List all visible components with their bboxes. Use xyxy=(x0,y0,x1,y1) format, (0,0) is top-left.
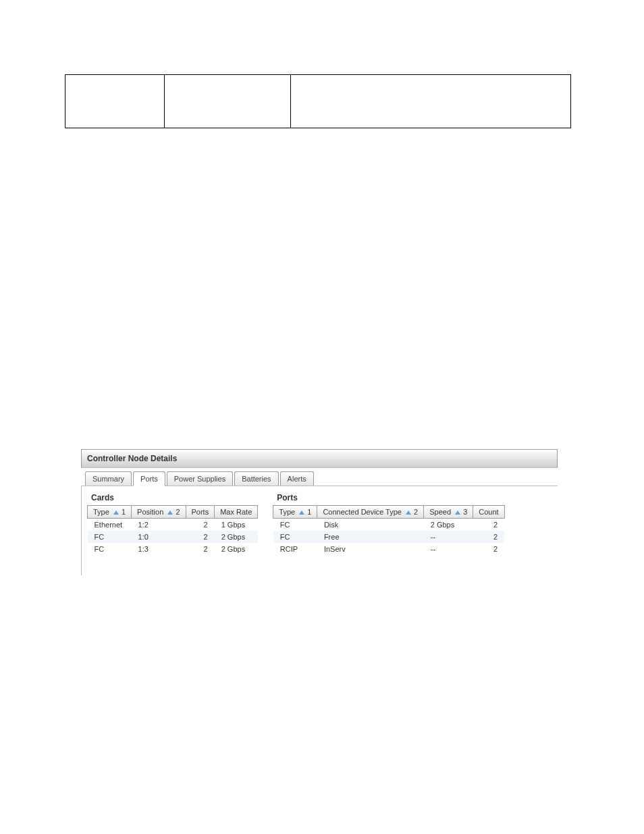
tab-alerts[interactable]: Alerts xyxy=(280,471,314,486)
cards-cell-type: FC xyxy=(88,543,132,555)
sort-asc-icon xyxy=(299,511,304,515)
ports-cell-type: FC xyxy=(273,519,317,531)
cards-header-position-sortorder: 2 xyxy=(176,508,180,516)
table-row[interactable]: Ethernet 1:2 2 1 Gbps xyxy=(88,519,258,531)
ports-header-speed-label: Speed xyxy=(429,508,451,516)
cards-cell-maxrate: 2 Gbps xyxy=(215,543,258,555)
tab-summary[interactable]: Summary xyxy=(85,471,132,486)
ports-header-type-sortorder: 1 xyxy=(307,508,311,516)
links-block xyxy=(74,151,603,361)
ports-header-speed-sortorder: 3 xyxy=(463,508,467,516)
sort-asc-icon xyxy=(455,511,460,515)
table-row[interactable]: FC Disk 2 Gbps 2 xyxy=(273,519,504,531)
ports-header-cdt[interactable]: Connected Device Type 2 xyxy=(317,506,424,519)
cards-header-type-sortorder: 1 xyxy=(122,508,126,516)
top-empty-table xyxy=(65,74,571,128)
cards-header-position[interactable]: Position 2 xyxy=(132,506,186,519)
cards-cell-position: 1:0 xyxy=(132,531,186,543)
cards-section: Cards Type 1 Position xyxy=(87,493,258,555)
ports-header-cdt-label: Connected Device Type xyxy=(323,508,402,516)
cards-header-type-label: Type xyxy=(93,508,109,516)
sort-asc-icon xyxy=(167,511,173,515)
cards-cell-type: Ethernet xyxy=(88,519,132,531)
ports-cell-cdt: InServ xyxy=(317,543,424,555)
cards-header-ports[interactable]: Ports xyxy=(186,506,215,519)
cards-header-type[interactable]: Type 1 xyxy=(88,506,132,519)
ports-header-count-label: Count xyxy=(479,508,498,516)
ports-cell-speed: -- xyxy=(424,543,473,555)
ports-cell-count: 2 xyxy=(473,543,504,555)
panel-tabs: Summary Ports Power Supplies Batteries A… xyxy=(81,471,558,486)
cards-cell-ports: 2 xyxy=(186,531,215,543)
top-empty-table-cell xyxy=(291,75,571,128)
cards-cell-maxrate: 1 Gbps xyxy=(215,519,258,531)
ports-section-title: Ports xyxy=(273,493,504,505)
ports-cell-cdt: Free xyxy=(317,531,424,543)
cards-cell-ports: 2 xyxy=(186,543,215,555)
table-row[interactable]: FC Free -- 2 xyxy=(273,531,504,543)
cards-cell-type: FC xyxy=(88,531,132,543)
ports-section: Ports Type 1 Connected Device Type xyxy=(273,493,504,555)
table-row[interactable]: FC 1:3 2 2 Gbps xyxy=(88,543,258,555)
ports-header-type[interactable]: Type 1 xyxy=(273,506,317,519)
tab-power-supplies[interactable]: Power Supplies xyxy=(167,471,233,486)
ports-cell-speed: -- xyxy=(424,531,473,543)
top-empty-table-cell xyxy=(165,75,291,128)
ports-cell-count: 2 xyxy=(473,519,504,531)
cards-header-maxrate[interactable]: Max Rate xyxy=(215,506,258,519)
panel-title: Controller Node Details xyxy=(81,449,558,468)
cards-cell-position: 1:3 xyxy=(132,543,186,555)
ports-header-type-label: Type xyxy=(279,508,295,516)
cards-header-ports-label: Ports xyxy=(192,508,209,516)
ports-table: Type 1 Connected Device Type 2 xyxy=(273,505,504,555)
ports-header-cdt-sortorder: 2 xyxy=(414,508,418,516)
cards-cell-position: 1:2 xyxy=(132,519,186,531)
cards-table: Type 1 Position 2 Port xyxy=(87,505,258,555)
table-row[interactable]: FC 1:0 2 2 Gbps xyxy=(88,531,258,543)
ports-header-speed[interactable]: Speed 3 xyxy=(424,506,473,519)
ports-header-count[interactable]: Count xyxy=(473,506,504,519)
ports-cell-type: FC xyxy=(273,531,317,543)
tab-ports[interactable]: Ports xyxy=(133,471,165,486)
ports-cell-type: RCIP xyxy=(273,543,317,555)
cards-cell-maxrate: 2 Gbps xyxy=(215,531,258,543)
sort-asc-icon xyxy=(406,511,411,515)
tab-batteries[interactable]: Batteries xyxy=(234,471,278,486)
ports-cell-cdt: Disk xyxy=(317,519,424,531)
cards-header-position-label: Position xyxy=(137,508,163,516)
controller-node-details-panel: Controller Node Details Summary Ports Po… xyxy=(81,449,558,575)
cards-header-maxrate-label: Max Rate xyxy=(220,508,252,516)
ports-cell-speed: 2 Gbps xyxy=(424,519,473,531)
table-row[interactable]: RCIP InServ -- 2 xyxy=(273,543,504,555)
cards-cell-ports: 2 xyxy=(186,519,215,531)
cards-section-title: Cards xyxy=(87,493,258,505)
sort-asc-icon xyxy=(113,511,119,515)
top-empty-table-cell xyxy=(65,75,165,128)
ports-cell-count: 2 xyxy=(473,531,504,543)
